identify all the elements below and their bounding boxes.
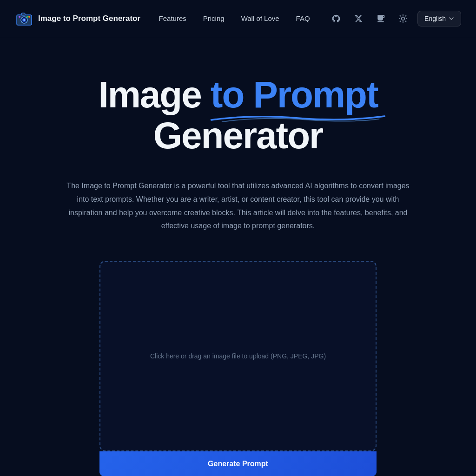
language-selector[interactable]: English — [417, 11, 461, 26]
svg-point-6 — [26, 16, 28, 18]
nav-actions: English — [328, 11, 461, 26]
generate-btn-wrap: Generate Prompt — [99, 451, 377, 476]
generate-button[interactable]: Generate Prompt — [99, 451, 377, 476]
language-label: English — [424, 15, 446, 22]
svg-rect-4 — [21, 13, 25, 15]
twitter-x-icon[interactable] — [350, 11, 366, 26]
nav-links: Features Pricing Wall of Love FAQ — [159, 14, 310, 22]
nav-link-faq[interactable]: FAQ — [296, 14, 310, 22]
nav-link-wall-of-love[interactable]: Wall of Love — [241, 14, 279, 22]
title-underline-decoration — [206, 112, 390, 124]
nav-link-features[interactable]: Features — [159, 14, 186, 22]
hero-description: The Image to Prompt Generator is a power… — [61, 179, 415, 233]
chevron-down-icon — [449, 16, 454, 21]
hero-title-part1: Image — [98, 74, 210, 115]
svg-point-8 — [402, 17, 405, 20]
svg-point-7 — [19, 16, 20, 18]
hero-title-highlight: to Prompt — [211, 74, 378, 115]
nav-brand: Image to Prompt Generator — [15, 9, 140, 28]
upload-section: Click here or drag an image file to uplo… — [0, 261, 476, 476]
hero-section: Image to Prompt Generator The Image to P… — [0, 37, 476, 261]
theme-toggle-icon[interactable] — [395, 11, 411, 26]
buymeacoffee-icon[interactable] — [373, 11, 389, 26]
upload-dropzone[interactable]: Click here or drag an image file to uplo… — [99, 261, 377, 451]
svg-line-12 — [405, 21, 406, 21]
brand-logo-icon — [15, 9, 33, 28]
navbar: Image to Prompt Generator Features Prici… — [0, 0, 476, 37]
svg-point-5 — [28, 16, 30, 18]
upload-hint: Click here or drag an image file to uplo… — [150, 352, 326, 360]
svg-line-11 — [400, 15, 401, 16]
svg-line-16 — [405, 15, 406, 16]
nav-link-pricing[interactable]: Pricing — [203, 14, 225, 22]
svg-point-3 — [23, 19, 25, 21]
svg-line-15 — [400, 21, 401, 21]
hero-title: Image to Prompt Generator — [19, 74, 457, 156]
github-icon[interactable] — [328, 11, 344, 26]
brand-name: Image to Prompt Generator — [38, 14, 140, 23]
